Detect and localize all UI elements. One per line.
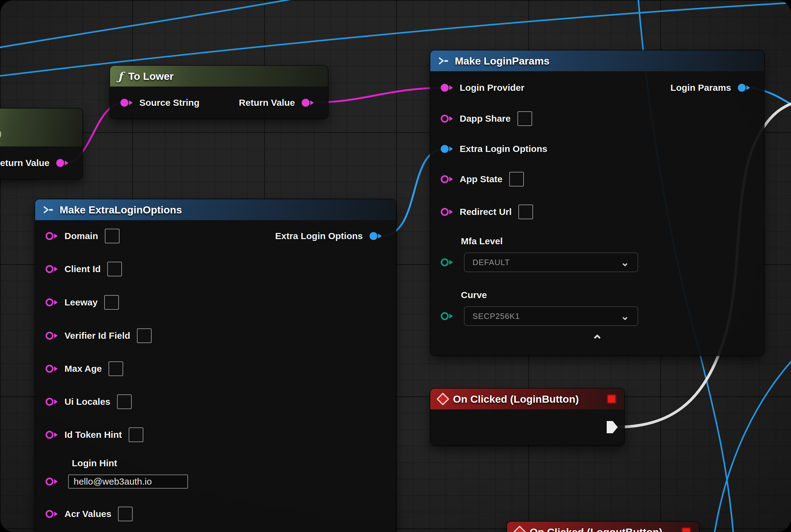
node-make-login-params[interactable]: Make LoginParams Login Provider Login Pa… — [430, 51, 764, 356]
function-icon: ƒ — [118, 70, 123, 82]
input-pin-client-id[interactable] — [45, 265, 54, 273]
input-pin-label: Leeway — [64, 297, 97, 308]
input-pin-label: Id Token Hint — [64, 430, 122, 440]
mfa-level-value: DEFAULT — [472, 258, 510, 267]
input-pin-label: Ui Locales — [64, 397, 110, 407]
node-title: Make ExtraLoginOptions — [60, 204, 182, 216]
ui-locales-checkbox[interactable] — [117, 394, 132, 409]
input-pin-mfa-level[interactable] — [441, 258, 449, 266]
input-pin-app-state[interactable] — [441, 175, 449, 183]
input-pin-label: Verifier Id Field — [64, 330, 130, 341]
make-struct-icon — [43, 206, 54, 214]
client-id-checkbox[interactable] — [107, 262, 122, 277]
input-pin-dapp-share[interactable] — [441, 115, 449, 122]
output-pin-return-value[interactable] — [302, 99, 310, 107]
event-diamond-icon — [437, 393, 449, 405]
acr-values-checkbox[interactable] — [118, 507, 133, 521]
node-title: On Clicked (LoginButton) — [453, 393, 579, 405]
max-age-checkbox[interactable] — [109, 361, 123, 376]
exec-output-pin[interactable] — [607, 421, 618, 433]
node-title: Make LoginParams — [455, 55, 549, 67]
node-on-clicked-logout-button[interactable]: On Clicked (LogoutButton) — [507, 521, 699, 532]
wire-blue-bottom-right — [713, 351, 791, 532]
node-header[interactable]: tion ox (String) — [0, 109, 82, 147]
input-pin-extra-login-options[interactable] — [441, 145, 449, 153]
verifier-id-field-checkbox[interactable] — [137, 328, 152, 343]
delegate-pin[interactable] — [607, 394, 616, 404]
node-header[interactable]: ƒ To Lower — [110, 66, 328, 87]
node-to-lower[interactable]: ƒ To Lower Source String Return Value — [110, 66, 328, 119]
output-pin-label: Return Value — [239, 97, 295, 108]
input-pin-label: Max Age — [64, 363, 102, 374]
input-pin-login-hint[interactable] — [45, 478, 54, 486]
make-struct-icon — [438, 57, 449, 65]
node-make-extra-login-options[interactable]: Make ExtraLoginOptions Domain Extra Logi… — [35, 200, 396, 532]
curve-dropdown[interactable]: SECP256K1 ⌄ — [464, 306, 638, 326]
input-pin-label: Domain — [64, 231, 98, 241]
input-pin-source-string[interactable] — [120, 99, 128, 107]
node-subtitle: ox (String) — [0, 130, 2, 139]
input-pin-max-age[interactable] — [45, 365, 54, 373]
mfa-level-dropdown[interactable]: DEFAULT ⌄ — [464, 252, 638, 272]
wire-blue-top-a — [0, 0, 338, 49]
collapse-node-button[interactable]: ⌃ — [430, 334, 764, 346]
input-pin-label: Client Id — [64, 264, 100, 274]
output-pin-return-value[interactable] — [56, 159, 64, 167]
node-title: To Lower — [128, 70, 174, 82]
output-pin-label: Extra Login Options — [275, 231, 363, 241]
input-pin-verifier-id-field[interactable] — [45, 332, 54, 340]
input-pin-label: Acr Values — [64, 509, 111, 519]
output-pin-label: Login Params — [671, 82, 731, 93]
input-pin-label: Login Provider — [460, 82, 524, 93]
node-header[interactable]: Make ExtraLoginOptions — [35, 200, 396, 220]
domain-checkbox[interactable] — [105, 229, 119, 243]
dapp-share-checkbox[interactable] — [518, 111, 532, 126]
input-pin-label: Source String — [139, 97, 199, 108]
wire-string-tolower-to-loginprovider — [314, 88, 445, 102]
input-pin-id-token-hint[interactable] — [45, 431, 54, 439]
input-pin-ui-locales[interactable] — [45, 398, 54, 406]
input-pin-login-provider[interactable] — [441, 84, 449, 92]
input-pin-label: Redirect Url — [460, 207, 512, 217]
mfa-level-label: Mfa Level — [461, 236, 503, 246]
login-hint-input[interactable] — [68, 475, 188, 489]
node-header[interactable]: On Clicked (LoginButton) — [430, 388, 624, 410]
output-pin-extra-login-options[interactable] — [369, 232, 378, 240]
input-pin-label: App State — [460, 174, 502, 184]
node-clipped-function[interactable]: tion ox (String) eturn Value — [0, 109, 82, 179]
delegate-pin[interactable] — [681, 527, 691, 532]
event-diamond-icon — [513, 526, 526, 532]
input-pin-domain[interactable] — [45, 232, 54, 240]
app-state-checkbox[interactable] — [509, 172, 524, 187]
output-pin-login-params[interactable] — [738, 84, 746, 92]
node-title: On Clicked (LogoutButton) — [530, 526, 662, 532]
blueprint-graph-canvas[interactable]: tion ox (String) eturn Value ƒ To Lower … — [0, 0, 791, 532]
curve-value: SECP256K1 — [472, 311, 520, 321]
input-pin-label: Extra Login Options — [460, 144, 547, 154]
id-token-hint-checkbox[interactable] — [129, 428, 143, 442]
input-pin-redirect-url[interactable] — [441, 208, 449, 216]
blueprint-editor: tion ox (String) eturn Value ƒ To Lower … — [0, 0, 791, 532]
node-header[interactable]: Make LoginParams — [430, 51, 764, 71]
redirect-url-checkbox[interactable] — [518, 205, 533, 219]
node-header[interactable]: On Clicked (LogoutButton) — [507, 521, 699, 532]
input-pin-leeway[interactable] — [45, 299, 54, 306]
leeway-checkbox[interactable] — [104, 295, 119, 310]
input-pin-label: Dapp Share — [460, 113, 511, 124]
node-on-clicked-login-button[interactable]: On Clicked (LoginButton) — [430, 388, 624, 445]
input-pin-acr-values[interactable] — [45, 510, 54, 518]
curve-label: Curve — [461, 290, 487, 300]
output-pin-label: eturn Value — [0, 158, 50, 168]
input-pin-curve[interactable] — [441, 312, 449, 320]
